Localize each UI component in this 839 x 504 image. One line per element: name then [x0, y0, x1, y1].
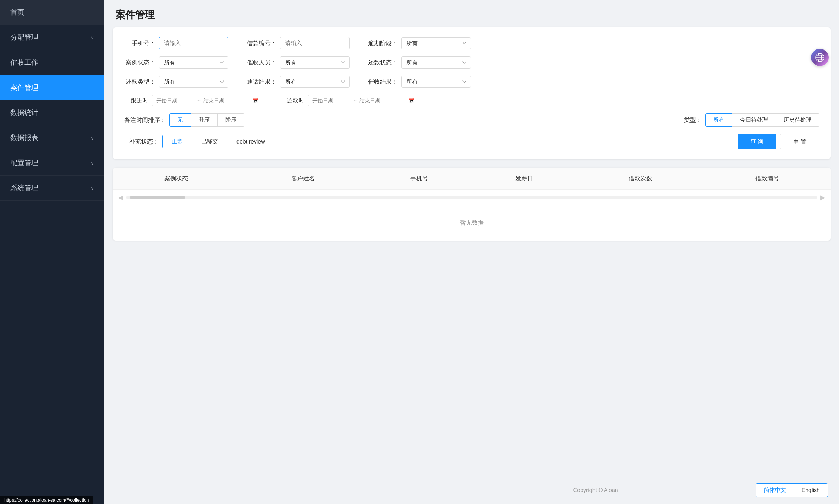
followup-tilde: ~: [197, 98, 201, 103]
repay-time-label: 还款时: [280, 96, 304, 104]
type-btn-group: 所有 今日待处理 历史待处理: [705, 113, 819, 127]
sidebar-item-collection-work[interactable]: 催收工作: [0, 50, 104, 75]
table-header-借款次数: 借款次数: [577, 168, 704, 190]
scroll-right-arrow[interactable]: ▶: [820, 194, 825, 201]
repay-type-label: 还款类型：: [124, 78, 155, 86]
phone-label: 手机号：: [124, 39, 155, 47]
filter-group-repay-status: 还款状态： 所有: [366, 56, 471, 69]
calendar-icon-2: 📅: [408, 97, 415, 104]
loan-no-label: 借款编号：: [245, 39, 277, 47]
filter-group-sort: 备注时间排序： 无 升序 降序: [124, 113, 244, 127]
filter-row-1: 手机号： 借款编号： 逾期阶段： 所有: [124, 37, 819, 49]
filter-card: 手机号： 借款编号： 逾期阶段： 所有 案例状态： 所有: [113, 27, 831, 159]
filter-row-2: 案例状态： 所有 催收人员： 所有 还款状态： 所有: [124, 56, 819, 69]
repay-status-label: 还款状态：: [366, 59, 398, 67]
filter-group-overdue: 逾期阶段： 所有: [366, 37, 471, 49]
chevron-icon: ∨: [91, 160, 94, 166]
type-label: 类型：: [670, 116, 702, 124]
query-button[interactable]: 查 询: [738, 134, 776, 149]
sidebar-item-home[interactable]: 首页: [0, 0, 104, 25]
scrollbar-row: ◀ ▶: [113, 190, 831, 205]
sort-label: 备注时间排序：: [124, 116, 166, 124]
table-card: 案例状态客户姓名手机号发薪日借款次数借款编号 ◀ ▶ 暂无数据: [113, 168, 831, 241]
repay-date-range: ~ 📅: [308, 95, 419, 106]
main-content: 案件管理 手机号： 借款编号： 逾期阶段： 所有 案例状态：: [104, 0, 839, 504]
calendar-icon: 📅: [252, 97, 259, 104]
filter-row-6: 补充状态： 正常 已移交 debt review 查 询 重 置: [124, 134, 819, 149]
table-header-发薪日: 发薪日: [472, 168, 577, 190]
filter-group-collector: 催收人员： 所有: [245, 56, 350, 69]
filter-group-repay-type: 还款类型： 所有: [124, 76, 228, 88]
lang-en-btn[interactable]: English: [794, 484, 828, 497]
filter-group-supplement: 补充状态： 正常 已移交 debt review: [124, 135, 274, 148]
table-header-案例状态: 案例状态: [113, 168, 240, 190]
call-result-label: 通话结果：: [245, 78, 277, 86]
sort-btn-group: 无 升序 降序: [169, 113, 244, 127]
scroll-track[interactable]: [126, 196, 817, 199]
sidebar-item-system-management[interactable]: 系统管理∨: [0, 176, 104, 201]
supplement-debt-review-btn[interactable]: debt review: [227, 135, 274, 148]
sort-none-btn[interactable]: 无: [169, 113, 191, 127]
phone-input[interactable]: [159, 37, 228, 49]
filter-row-5: 备注时间排序： 无 升序 降序 类型： 所有 今日待处理 历史待处理: [124, 113, 819, 127]
collect-result-select[interactable]: 所有: [401, 76, 471, 88]
collector-label: 催收人员：: [245, 59, 277, 67]
followup-start-input[interactable]: [156, 98, 195, 103]
followup-date-range: ~ 📅: [152, 95, 263, 106]
chevron-icon: ∨: [91, 35, 94, 40]
type-all-btn[interactable]: 所有: [705, 113, 732, 127]
page-header: 案件管理: [104, 0, 839, 27]
table-header-借款编号: 借款编号: [704, 168, 831, 190]
type-today-btn[interactable]: 今日待处理: [732, 113, 776, 127]
loan-no-input[interactable]: [280, 37, 350, 49]
repay-start-input[interactable]: [312, 98, 351, 103]
supplement-btn-group: 正常 已移交 debt review: [162, 135, 274, 148]
sort-desc-btn[interactable]: 降序: [218, 113, 244, 127]
filter-group-followup-date: 跟进时 ~ 📅: [124, 95, 263, 106]
reset-button[interactable]: 重 置: [780, 134, 819, 149]
empty-data-text: 暂无数据: [113, 205, 831, 241]
repay-tilde: ~: [354, 98, 357, 103]
lang-zh-btn[interactable]: 简体中文: [756, 484, 794, 497]
filter-row-4: 跟进时 ~ 📅 还款时 ~ 📅: [124, 95, 819, 106]
copyright-text: Copyright © Aloan: [436, 487, 756, 494]
filter-group-repay-date: 还款时 ~ 📅: [280, 95, 419, 106]
sidebar-item-case-management[interactable]: 案件管理: [0, 75, 104, 100]
call-result-select[interactable]: 所有: [280, 76, 350, 88]
repay-status-select[interactable]: 所有: [401, 56, 471, 69]
sidebar-item-data-report[interactable]: 数据报表∨: [0, 125, 104, 150]
repay-end-input[interactable]: [359, 98, 398, 103]
global-icon[interactable]: [811, 49, 829, 66]
collector-select[interactable]: 所有: [280, 56, 350, 69]
repay-type-select[interactable]: 所有: [159, 76, 228, 88]
case-status-label: 案例状态：: [124, 59, 155, 67]
filter-group-case-status: 案例状态： 所有: [124, 56, 228, 69]
collect-result-label: 催收结果：: [366, 78, 398, 86]
type-history-btn[interactable]: 历史待处理: [776, 113, 819, 127]
case-status-select[interactable]: 所有: [159, 56, 228, 69]
filter-row-3: 还款类型： 所有 通话结果： 所有 催收结果： 所有: [124, 76, 819, 88]
table-header-手机号: 手机号: [366, 168, 472, 190]
filter-group-call-result: 通话结果： 所有: [245, 76, 350, 88]
scroll-left-arrow[interactable]: ◀: [118, 194, 123, 201]
followup-label: 跟进时: [124, 96, 148, 104]
sidebar-item-data-stats[interactable]: 数据统计: [0, 100, 104, 125]
page-title: 案件管理: [116, 8, 828, 22]
followup-end-input[interactable]: [203, 98, 242, 103]
sort-asc-btn[interactable]: 升序: [191, 113, 218, 127]
sidebar-item-distribution[interactable]: 分配管理∨: [0, 25, 104, 50]
filter-group-collect-result: 催收结果： 所有: [366, 76, 471, 88]
filter-group-loan-no: 借款编号：: [245, 37, 350, 49]
sidebar-item-config-management[interactable]: 配置管理∨: [0, 150, 104, 176]
chevron-icon: ∨: [91, 185, 94, 191]
supplement-transferred-btn[interactable]: 已移交: [192, 135, 227, 148]
scroll-thumb: [130, 196, 185, 199]
url-bar: https://collection.aloan-sa.com/#/collec…: [0, 496, 93, 504]
overdue-select[interactable]: 所有: [401, 37, 471, 49]
overdue-label: 逾期阶段：: [366, 39, 398, 47]
action-buttons: 查 询 重 置: [738, 134, 819, 149]
table-header-客户姓名: 客户姓名: [240, 168, 366, 190]
language-switcher: 简体中文 English: [756, 483, 828, 497]
table-header-row: 案例状态客户姓名手机号发薪日借款次数借款编号: [113, 168, 831, 190]
supplement-normal-btn[interactable]: 正常: [162, 135, 192, 148]
